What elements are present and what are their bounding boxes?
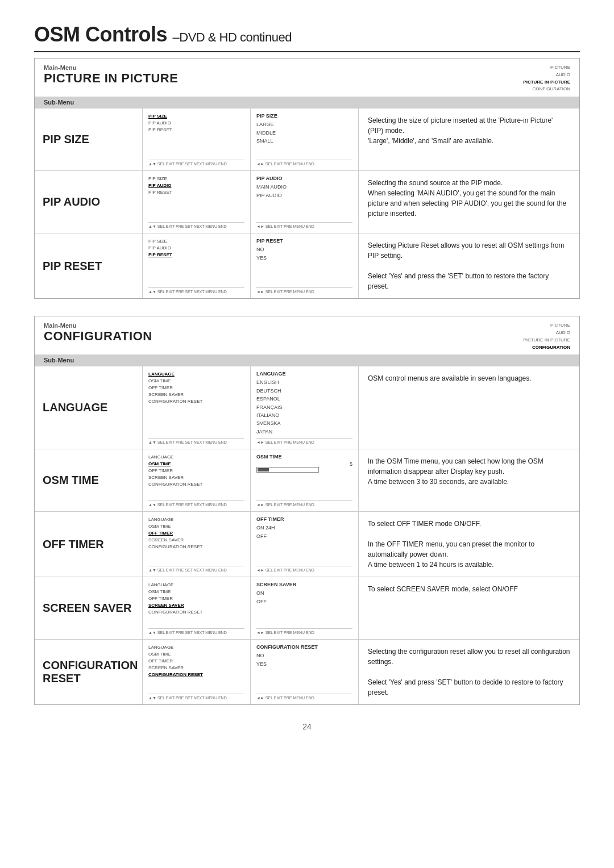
desc-screen-saver: To select SCREEN SAVER mode, select ON/O… — [359, 577, 579, 639]
label-off-timer: OFF TIMER — [35, 512, 143, 577]
page-container: OSM Controls –DVD & HD continued Main-Me… — [34, 23, 580, 731]
submenu-language: LANGUAGEOSM TIMEOFF TIMERSCREEN SAVERCON… — [143, 366, 251, 449]
options-nav: ◄► SEL EXIT PRE MENU END — [256, 628, 352, 635]
desc-pip-size: Selecting the size of picture inserted a… — [359, 108, 579, 170]
options-nav: ◄► SEL EXIT PRE MENU END — [256, 222, 352, 228]
corner-menu: PICTUREAUDIOPICTURE IN PICTURECONFIGURAT… — [523, 322, 570, 351]
submenu-nav: ▲▼ SEL EXIT PRE SET NEXT MENU END — [148, 628, 244, 635]
submenu-nav: ▲▼ SEL EXIT PRE SET NEXT MENU END — [148, 566, 244, 572]
options-nav: ◄► SEL EXIT PRE MENU END — [256, 438, 352, 444]
submenu-config-reset: LANGUAGEOSM TIMEOFF TIMERSCREEN SAVERCON… — [143, 640, 251, 704]
options-nav: ◄► SEL EXIT PRE MENU END — [256, 500, 352, 507]
label-osm-time: OSM TIME — [35, 449, 143, 511]
section-header-config: Main-MenuCONFIGURATIONPICTUREAUDIOPICTUR… — [35, 316, 579, 354]
desc-pip-audio: Selecting the sound source at the PIP mo… — [359, 171, 579, 233]
submenu-screen-saver: LANGUAGEOSM TIMEOFF TIMERSCREEN SAVERCON… — [143, 577, 251, 639]
row-pip-reset: PIP RESETPIP SIZEPIP AUDIOPIP RESET▲▼ SE… — [35, 233, 579, 298]
submenu-osm-time: LANGUAGEOSM TIMEOFF TIMERSCREEN SAVERCON… — [143, 449, 251, 511]
desc-osm-time: In the OSM Time menu, you can select how… — [359, 449, 579, 511]
main-menu-label: Main-Menu — [44, 322, 152, 329]
row-off-timer: OFF TIMERLANGUAGEOSM TIMEOFF TIMERSCREEN… — [35, 511, 579, 577]
options-pip-audio: PIP AUDIOMAIN AUDIOPIP AUDIO◄► SEL EXIT … — [251, 171, 359, 233]
options-config-reset: CONFIGURATION RESETNOYES◄► SEL EXIT PRE … — [251, 640, 359, 704]
desc-language: OSM control menus are available in seven… — [359, 366, 579, 449]
section-config: Main-MenuCONFIGURATIONPICTUREAUDIOPICTUR… — [34, 316, 580, 705]
submenu-pip-audio: PIP SIZEPIP AUDIOPIP RESET▲▼ SEL EXIT PR… — [143, 171, 251, 233]
submenu-off-timer: LANGUAGEOSM TIMEOFF TIMERSCREEN SAVERCON… — [143, 512, 251, 577]
section-title-pip: PICTURE IN PICTURE — [44, 71, 178, 86]
corner-menu: PICTUREAUDIOPICTURE IN PICTURECONFIGURAT… — [523, 64, 570, 93]
row-osm-time: OSM TIMELANGUAGEOSM TIMEOFF TIMERSCREEN … — [35, 449, 579, 511]
options-language: LANGUAGEENGLISHDEUTSCHESPANOLFRANÇAISITA… — [251, 366, 359, 449]
submenu-nav: ▲▼ SEL EXIT PRE SET NEXT MENU END — [148, 438, 244, 444]
row-pip-audio: PIP AUDIOPIP SIZEPIP AUDIOPIP RESET▲▼ SE… — [35, 170, 579, 233]
options-pip-size: PIP SIZELARGEMIDDLESMALL◄► SEL EXIT PRE … — [251, 108, 359, 170]
submenu-pip-reset: PIP SIZEPIP AUDIOPIP RESET▲▼ SEL EXIT PR… — [143, 233, 251, 298]
desc-off-timer: To select OFF TIMER mode ON/OFF.In the O… — [359, 512, 579, 577]
desc-pip-reset: Selecting Picture Reset allows you to re… — [359, 233, 579, 298]
row-language: LANGUAGELANGUAGEOSM TIMEOFF TIMERSCREEN … — [35, 366, 579, 449]
options-nav: ◄► SEL EXIT PRE MENU END — [256, 287, 352, 294]
options-pip-reset: PIP RESETNOYES◄► SEL EXIT PRE MENU END — [251, 233, 359, 298]
sub-menu-header: Sub-Menu — [35, 97, 579, 108]
label-pip-audio: PIP AUDIO — [35, 171, 143, 233]
options-screen-saver: SCREEN SAVERONOFF◄► SEL EXIT PRE MENU EN… — [251, 577, 359, 639]
options-osm-time: OSM TIME5◄► SEL EXIT PRE MENU END — [251, 449, 359, 511]
section-pip: Main-MenuPICTURE IN PICTUREPICTUREAUDIOP… — [34, 58, 580, 299]
options-off-timer: OFF TIMERON 24HOFF◄► SEL EXIT PRE MENU E… — [251, 512, 359, 577]
submenu-nav: ▲▼ SEL EXIT PRE SET NEXT MENU END — [148, 694, 244, 700]
page-title: OSM Controls –DVD & HD continued — [34, 23, 580, 52]
submenu-nav: ▲▼ SEL EXIT PRE SET NEXT MENU END — [148, 287, 244, 294]
label-screen-saver: SCREEN SAVER — [35, 577, 143, 639]
main-menu-label: Main-Menu — [44, 64, 178, 71]
label-config-reset: CONFIGURATION RESET — [35, 640, 143, 704]
options-nav: ◄► SEL EXIT PRE MENU END — [256, 566, 352, 572]
submenu-pip-size: PIP SIZEPIP AUDIOPIP RESET▲▼ SEL EXIT PR… — [143, 108, 251, 170]
submenu-nav: ▲▼ SEL EXIT PRE SET NEXT MENU END — [148, 160, 244, 166]
sub-menu-header: Sub-Menu — [35, 354, 579, 366]
section-title-config: CONFIGURATION — [44, 329, 152, 344]
row-config-reset: CONFIGURATION RESETLANGUAGEOSM TIMEOFF T… — [35, 639, 579, 704]
row-screen-saver: SCREEN SAVERLANGUAGEOSM TIMEOFF TIMERSCR… — [35, 577, 579, 639]
options-nav: ◄► SEL EXIT PRE MENU END — [256, 694, 352, 700]
section-header-pip: Main-MenuPICTURE IN PICTUREPICTUREAUDIOP… — [35, 59, 579, 97]
row-pip-size: PIP SIZEPIP SIZEPIP AUDIOPIP RESET▲▼ SEL… — [35, 108, 579, 170]
desc-config-reset: Selecting the configuration reset allow … — [359, 640, 579, 704]
page-number: 24 — [34, 722, 580, 731]
label-pip-reset: PIP RESET — [35, 233, 143, 298]
submenu-nav: ▲▼ SEL EXIT PRE SET NEXT MENU END — [148, 500, 244, 507]
submenu-nav: ▲▼ SEL EXIT PRE SET NEXT MENU END — [148, 222, 244, 228]
label-pip-size: PIP SIZE — [35, 108, 143, 170]
options-nav: ◄► SEL EXIT PRE MENU END — [256, 160, 352, 166]
label-language: LANGUAGE — [35, 366, 143, 449]
